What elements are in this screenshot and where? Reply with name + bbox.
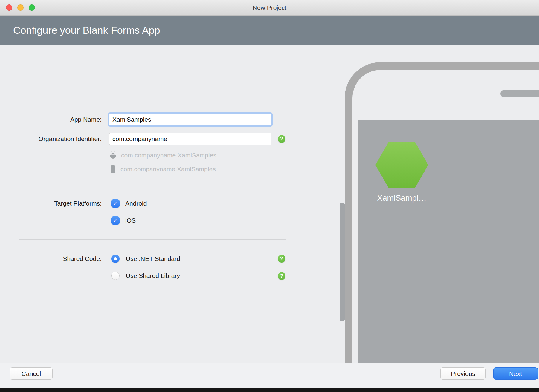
organization-identifier-help-icon[interactable]: ? (278, 135, 285, 143)
checkbox-android-label: Android (125, 197, 147, 209)
radio-shared-library-label: Use Shared Library (126, 270, 180, 282)
checkbox-android[interactable]: ✓ (111, 199, 120, 208)
dialog-content: XamlSampl… App Name: Organization Identi… (0, 45, 539, 363)
window-titlebar: New Project (0, 0, 539, 16)
shared-library-help-icon[interactable]: ? (278, 272, 285, 280)
dialog-header: Configure your Blank Forms App (0, 16, 539, 45)
divider (19, 184, 286, 184)
radio-net-standard-label: Use .NET Standard (126, 253, 180, 265)
android-package-row: com.companyname.XamlSamples (109, 151, 216, 160)
cancel-button[interactable]: Cancel (10, 367, 53, 380)
target-platforms-label: Target Platforms: (0, 197, 102, 209)
dialog-footer: Cancel Previous Next (0, 363, 539, 388)
page-title: Configure your Blank Forms App (13, 16, 160, 45)
iphone-icon (111, 165, 115, 173)
radio-net-standard[interactable] (111, 255, 120, 263)
window-title: New Project (0, 0, 539, 16)
net-standard-help-icon[interactable]: ? (278, 255, 285, 263)
android-package-preview: com.companyname.XamlSamples (121, 152, 216, 159)
divider (19, 239, 286, 240)
app-icon-label: XamlSampl… (357, 194, 447, 203)
shared-code-label: Shared Code: (0, 253, 102, 265)
android-icon (109, 151, 117, 160)
bottom-strip (0, 388, 539, 392)
app-name-label: App Name: (0, 114, 102, 125)
organization-identifier-label: Organization Identifier: (0, 133, 102, 145)
previous-button[interactable]: Previous (440, 367, 486, 380)
ios-package-preview: com.companyname.XamlSamples (120, 166, 216, 173)
phone-side-button (340, 203, 345, 321)
radio-shared-library[interactable] (111, 272, 120, 280)
checkbox-ios-label: iOS (125, 215, 136, 226)
ios-package-row: com.companyname.XamlSamples (109, 165, 216, 174)
organization-identifier-input[interactable] (109, 133, 271, 145)
next-button[interactable]: Next (493, 367, 538, 380)
phone-speaker (500, 90, 539, 97)
checkbox-ios[interactable]: ✓ (111, 216, 120, 225)
app-name-input[interactable] (109, 114, 271, 125)
new-project-dialog: New Project Configure your Blank Forms A… (0, 0, 539, 392)
